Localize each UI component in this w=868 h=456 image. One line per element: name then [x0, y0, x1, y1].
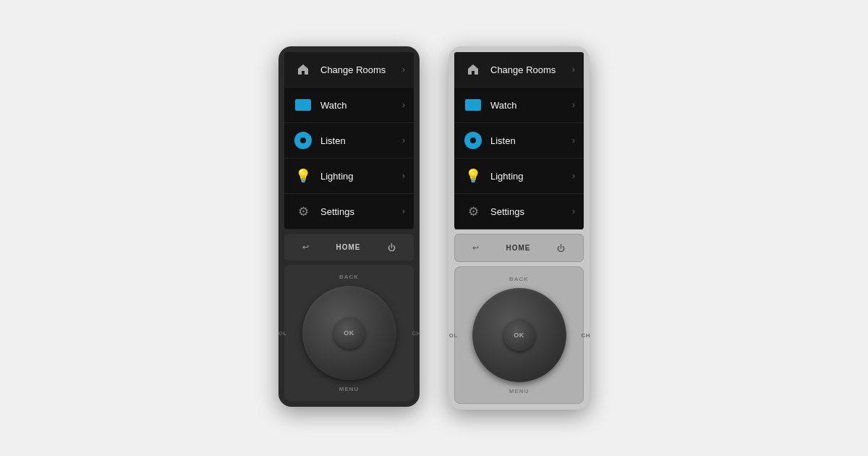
watch-label-dark: Watch — [320, 100, 402, 111]
watch-item-light[interactable]: Watch › — [454, 88, 584, 123]
dark-remote: Change Rooms › Watch › Listen › — [278, 46, 420, 407]
chevron-settings-dark: › — [402, 206, 405, 216]
menu-label-light: MENU — [509, 388, 529, 394]
remotes-container: Change Rooms › Watch › Listen › — [278, 46, 590, 410]
settings-label-light: Settings — [490, 206, 572, 217]
chevron-lighting-light: › — [572, 171, 575, 181]
dark-remote-screen: Change Rooms › Watch › Listen › — [284, 52, 414, 229]
dpad-ring-dark[interactable]: OK — [302, 286, 396, 380]
lighting-icon-dark: 💡 — [293, 166, 313, 186]
listen-label-light: Listen — [490, 135, 572, 146]
lighting-label-dark: Lighting — [320, 171, 402, 182]
watch-label-light: Watch — [490, 100, 572, 111]
change-rooms-label-dark: Change Rooms — [320, 64, 402, 75]
back-button-light[interactable]: ↩ — [467, 240, 485, 256]
back-label-light: BACK — [509, 276, 529, 282]
chevron-listen-light: › — [572, 135, 575, 145]
back-button-dark[interactable]: ↩ — [297, 240, 315, 255]
control-bar-dark: ↩ HOME ⏻ — [284, 234, 414, 261]
chevron-watch-light: › — [572, 100, 575, 110]
change-rooms-item-dark[interactable]: Change Rooms › — [284, 52, 414, 88]
change-rooms-label-light: Change Rooms — [490, 64, 572, 75]
ch-label-light: CH — [581, 332, 590, 339]
listen-item-dark[interactable]: Listen › — [284, 123, 414, 159]
light-remote-screen: Change Rooms › Watch › Listen › — [454, 52, 584, 229]
vol-label-dark: VOL — [278, 330, 287, 337]
dpad-ring-light[interactable]: OK — [472, 288, 566, 382]
settings-label-dark: Settings — [320, 206, 402, 217]
watch-icon-light — [463, 95, 483, 115]
ch-label-dark: CH — [412, 330, 420, 337]
change-rooms-item-light[interactable]: Change Rooms › — [454, 52, 584, 88]
back-label-dark: BACK — [339, 274, 359, 280]
settings-icon-light: ⚙ — [463, 201, 483, 221]
settings-item-dark[interactable]: ⚙ Settings › — [284, 194, 414, 229]
chevron-lighting-dark: › — [402, 171, 405, 181]
listen-icon-dark — [293, 130, 313, 151]
ok-button-light[interactable]: OK — [503, 319, 535, 351]
listen-item-light[interactable]: Listen › — [454, 123, 584, 159]
home-icon-dark — [293, 59, 313, 80]
settings-icon-dark: ⚙ — [293, 201, 313, 221]
chevron-settings-light: › — [572, 206, 575, 216]
listen-label-dark: Listen — [320, 135, 402, 146]
dpad-section-light: BACK VOL OK CH MENU — [454, 266, 584, 404]
dpad-section-dark: BACK VOL OK CH MENU — [284, 265, 414, 401]
home-button-light[interactable]: HOME — [500, 241, 536, 255]
lighting-item-light[interactable]: 💡 Lighting › — [454, 159, 584, 194]
home-button-dark[interactable]: HOME — [330, 240, 366, 254]
vol-label-light: VOL — [448, 332, 458, 339]
watch-item-dark[interactable]: Watch › — [284, 88, 414, 123]
lighting-item-dark[interactable]: 💡 Lighting › — [284, 159, 414, 194]
chevron-change-rooms-dark: › — [402, 64, 405, 75]
chevron-watch-dark: › — [402, 100, 405, 110]
settings-item-light[interactable]: ⚙ Settings › — [454, 194, 584, 229]
lighting-label-light: Lighting — [490, 171, 572, 182]
power-button-light[interactable]: ⏻ — [551, 241, 571, 256]
power-button-dark[interactable]: ⏻ — [382, 240, 402, 255]
home-icon-light — [463, 59, 483, 80]
watch-icon-dark — [293, 95, 313, 115]
ok-button-dark[interactable]: OK — [333, 317, 365, 349]
listen-icon-light — [463, 130, 483, 151]
lighting-icon-light: 💡 — [463, 166, 483, 186]
menu-label-dark: MENU — [339, 386, 359, 392]
light-remote: Change Rooms › Watch › Listen › — [448, 46, 590, 410]
chevron-listen-dark: › — [402, 135, 405, 145]
chevron-change-rooms-light: › — [572, 64, 575, 75]
control-bar-light: ↩ HOME ⏻ — [454, 234, 584, 262]
